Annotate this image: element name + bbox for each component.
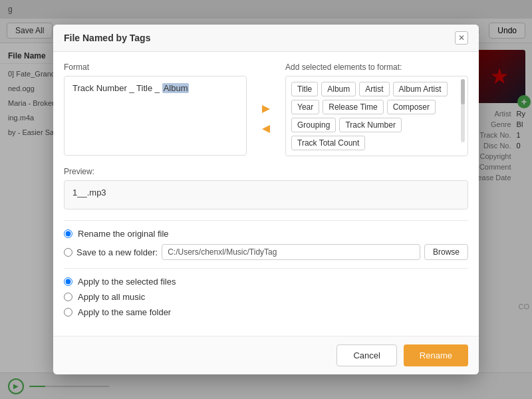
rename-options: Rename the original file Save to a new f… (64, 229, 468, 260)
preview-section: Preview: 1__.mp3 (64, 167, 468, 209)
rename-original-label[interactable]: Rename the original file (78, 229, 169, 239)
scrollbar-thumb (461, 79, 465, 104)
apply-option-2-row: Apply to all music (64, 292, 468, 302)
add-elements-label: Add selected elements to format: (285, 63, 468, 72)
svg-marker-1 (262, 125, 270, 133)
tag-release-time-button[interactable]: Release Time (323, 100, 383, 114)
scrollbar (461, 79, 465, 142)
save-new-folder-radio[interactable] (64, 248, 72, 257)
tag-composer-button[interactable]: Composer (387, 100, 436, 114)
arrow-left-icon (259, 122, 273, 136)
apply-same-folder-label[interactable]: Apply to the same folder (78, 307, 171, 317)
modal-header: File Named by Tags ✕ (53, 25, 479, 52)
modal-overlay: File Named by Tags ✕ Format Track Number… (0, 0, 532, 399)
separator-2 (64, 268, 468, 269)
arrow-buttons (255, 63, 277, 156)
apply-all-music-label[interactable]: Apply to all music (78, 292, 145, 302)
rename-button[interactable]: Rename (404, 344, 468, 366)
tag-album-button[interactable]: Album (321, 82, 356, 96)
modal-title: File Named by Tags (64, 33, 150, 43)
rename-original-radio[interactable] (64, 229, 72, 238)
format-text-highlight: Album (162, 83, 190, 93)
arrow-right-icon (259, 102, 273, 116)
preview-value: 1__.mp3 (72, 188, 106, 198)
modal-dialog: File Named by Tags ✕ Format Track Number… (53, 25, 479, 374)
rename-option-1-row: Rename the original file (64, 229, 468, 239)
browse-button[interactable]: Browse (424, 244, 468, 260)
save-new-folder-label[interactable]: Save to a new folder: (76, 247, 158, 257)
format-left: Format Track Number _ Title _ Album (64, 63, 247, 156)
format-input[interactable]: Track Number _ Title _ Album (64, 76, 247, 156)
tags-area: Title Album Artist Album Artist Year Rel… (285, 76, 468, 156)
cancel-button[interactable]: Cancel (336, 344, 396, 366)
apply-options: Apply to the selected files Apply to all… (64, 277, 468, 317)
remove-from-format-button[interactable] (257, 120, 275, 138)
modal-close-button[interactable]: ✕ (455, 31, 468, 45)
tag-year-button[interactable]: Year (291, 100, 319, 114)
apply-option-3-row: Apply to the same folder (64, 307, 468, 317)
modal-body: Format Track Number _ Title _ Album (53, 52, 479, 336)
format-section: Format Track Number _ Title _ Album (64, 63, 468, 156)
rename-option-2-row: Save to a new folder: Browse (64, 244, 468, 260)
tag-track-number-button[interactable]: Track Number (339, 118, 402, 132)
format-text-plain: Track Number _ Title _ (72, 83, 162, 93)
apply-selected-radio[interactable] (64, 277, 72, 286)
modal-footer: Cancel Rename (53, 336, 479, 374)
tag-title-button[interactable]: Title (291, 82, 318, 96)
separator-1 (64, 220, 468, 221)
tag-track-total-count-button[interactable]: Track Total Count (291, 136, 365, 150)
folder-path-input[interactable] (162, 244, 420, 260)
preview-box: 1__.mp3 (64, 180, 468, 209)
tag-album-artist-button[interactable]: Album Artist (393, 82, 448, 96)
tag-artist-button[interactable]: Artist (359, 82, 389, 96)
format-right: Add selected elements to format: Title A… (285, 63, 468, 156)
add-to-format-button[interactable] (257, 100, 275, 118)
tag-buttons-container: Title Album Artist Album Artist Year Rel… (291, 82, 462, 150)
apply-same-folder-radio[interactable] (64, 308, 72, 317)
apply-selected-label[interactable]: Apply to the selected files (78, 277, 176, 287)
apply-option-1-row: Apply to the selected files (64, 277, 468, 287)
preview-label: Preview: (64, 167, 468, 176)
apply-all-music-radio[interactable] (64, 293, 72, 301)
tag-grouping-button[interactable]: Grouping (291, 118, 336, 132)
format-label: Format (64, 63, 247, 72)
svg-marker-0 (262, 105, 270, 113)
